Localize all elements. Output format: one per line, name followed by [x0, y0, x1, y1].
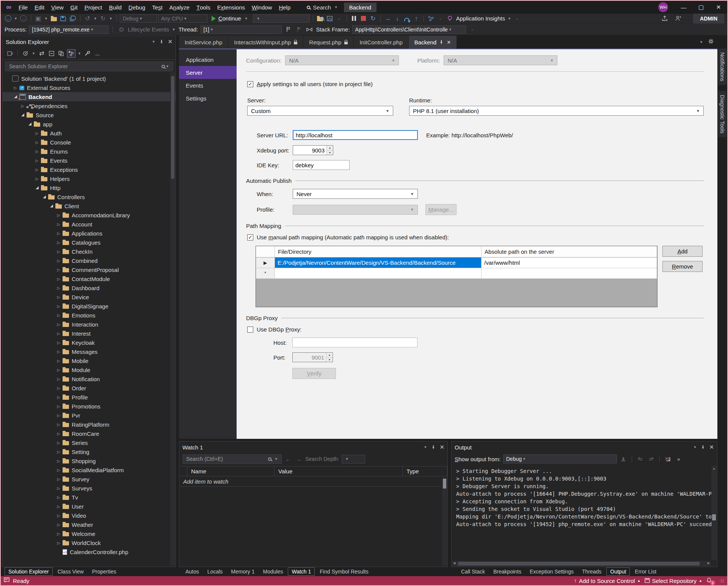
path-mapping-table[interactable]: File/DirectoryAbsolute path on the serve…: [256, 246, 657, 307]
column-header-file-directory[interactable]: File/Directory: [275, 246, 482, 258]
menu-build[interactable]: Build: [105, 1, 125, 14]
menu-file[interactable]: File: [15, 1, 31, 14]
tree-item-series[interactable]: Series: [3, 438, 176, 447]
preview-dropdown-icon[interactable]: ▼: [77, 52, 82, 55]
tree-item-surveys[interactable]: Surveys: [3, 484, 176, 493]
lifecycle-events-label[interactable]: Lifecycle Events: [128, 26, 169, 33]
chevron-collapsed-icon[interactable]: [34, 177, 40, 181]
tree-item-weather[interactable]: Weather: [3, 520, 176, 529]
menu-test[interactable]: Test: [149, 1, 166, 14]
chevron-collapsed-icon[interactable]: [55, 541, 62, 545]
chevron-expanded-icon[interactable]: [34, 186, 40, 189]
watch-column-value[interactable]: Value: [275, 467, 403, 476]
tree-item-module[interactable]: Module: [3, 365, 176, 374]
tree-item-checkin[interactable]: CheckIn: [3, 247, 176, 256]
toolbar-options-icon[interactable]: ₌: [513, 14, 521, 23]
code-map-icon[interactable]: [427, 14, 435, 23]
tree-item-messages[interactable]: Messages: [3, 347, 176, 356]
search-options-icon[interactable]: ▼: [165, 64, 170, 68]
tree-item-client[interactable]: Client: [3, 201, 176, 211]
chevron-collapsed-icon[interactable]: [55, 295, 62, 299]
tab-request-php[interactable]: Request.php: [303, 36, 353, 49]
cell-file-directory[interactable]: E:/Podjetja/Nevron/ContentWare/Design/VS…: [275, 258, 482, 268]
minimize-button[interactable]: —: [675, 1, 692, 14]
save-icon[interactable]: [59, 14, 67, 23]
search-box[interactable]: Search ▼: [304, 3, 341, 12]
tree-item-enums[interactable]: Enums: [3, 147, 176, 156]
tree-item-http[interactable]: Http: [3, 183, 176, 192]
chevron-collapsed-icon[interactable]: [55, 331, 62, 336]
tree-item-controllers[interactable]: Controllers: [3, 192, 176, 201]
menu-debug[interactable]: Debug: [125, 1, 149, 14]
chevron-collapsed-icon[interactable]: [55, 395, 62, 399]
chevron-expanded-icon[interactable]: [48, 204, 55, 207]
chevron-collapsed-icon[interactable]: [55, 359, 62, 363]
menu-view[interactable]: View: [48, 1, 67, 14]
chevron-collapsed-icon[interactable]: [55, 304, 62, 308]
scroll-right-icon[interactable]: ▶: [708, 561, 710, 565]
application-insights-dropdown-icon[interactable]: ▼: [507, 17, 512, 20]
chevron-collapsed-icon[interactable]: [55, 413, 62, 418]
tree-item-events[interactable]: Events: [3, 156, 176, 165]
chevron-collapsed-icon[interactable]: [55, 514, 62, 518]
tree-item-roomcare[interactable]: RoomCare: [3, 429, 176, 438]
chevron-collapsed-icon[interactable]: [55, 213, 62, 217]
chevron-collapsed-icon[interactable]: [55, 222, 62, 226]
watch-search-input[interactable]: [185, 456, 266, 462]
document-list-icon[interactable]: ▼: [699, 40, 704, 44]
window-tab-locals[interactable]: Locals: [204, 568, 226, 575]
xdebug-port-input[interactable]: [293, 146, 326, 155]
chevron-collapsed-icon[interactable]: [55, 423, 62, 427]
window-tab-error-list[interactable]: Error List: [631, 568, 660, 575]
chevron-collapsed-icon[interactable]: [55, 477, 62, 481]
chevron-collapsed-icon[interactable]: [55, 368, 62, 372]
column-header-absolute-path[interactable]: Absolute path on the server: [482, 246, 657, 258]
chevron-collapsed-icon[interactable]: [55, 240, 62, 245]
window-tab-watch-1[interactable]: Watch 1: [288, 567, 315, 576]
preview-selected-items-icon[interactable]: [67, 49, 75, 58]
tab-backend[interactable]: Backend✕: [409, 36, 457, 49]
dbgp-port-stepper[interactable]: ▲▼: [292, 352, 333, 362]
tab-initcontroller-php[interactable]: InitController.php: [354, 36, 408, 49]
toolbar-options-icon[interactable]: ₌: [436, 14, 445, 23]
gear-icon[interactable]: [708, 39, 714, 46]
share-icon[interactable]: [661, 14, 669, 23]
tree-item-accommodationlibrary[interactable]: AccommodationLibrary: [3, 211, 176, 220]
server-url-input[interactable]: [293, 130, 418, 140]
tree-item-emotions[interactable]: Emotions: [3, 311, 176, 320]
close-icon[interactable]: ✕: [709, 444, 714, 451]
undo-icon[interactable]: ↺: [83, 14, 92, 23]
rail-tab-diagnostic-tools[interactable]: Diagnostic Tools: [718, 91, 726, 137]
tree-item-keycloak[interactable]: Keycloak: [3, 338, 176, 347]
tree-item-mobile[interactable]: Mobile: [3, 356, 176, 365]
chevron-collapsed-icon[interactable]: [55, 341, 62, 345]
window-position-icon[interactable]: ▼: [423, 445, 428, 449]
chevron-collapsed-icon[interactable]: [55, 504, 62, 509]
step-over-icon[interactable]: [403, 14, 411, 23]
watch-search-box[interactable]: ▼: [182, 454, 282, 464]
flag-threads-icon[interactable]: [284, 25, 292, 34]
application-insights-button[interactable]: Application Insights: [455, 15, 506, 22]
next-message-icon[interactable]: [647, 455, 655, 463]
tree-item-device[interactable]: Device: [3, 292, 176, 302]
tree-item-commentproposal[interactable]: CommentProposal: [3, 265, 176, 274]
spin-up-icon[interactable]: ▲: [326, 353, 333, 358]
cell-absolute-path[interactable]: /var/www/html: [482, 258, 657, 268]
panel-splitter[interactable]: [176, 36, 179, 567]
watch-scrollbar[interactable]: [442, 478, 447, 566]
window-tab-class-view[interactable]: Class View: [54, 568, 87, 575]
add-item-to-watch[interactable]: Add item to watch: [179, 478, 232, 485]
manual-path-mapping-checkbox[interactable]: ✓ Use manual path mapping (Automatic pat…: [247, 234, 717, 240]
chevron-collapsed-icon[interactable]: [55, 322, 62, 327]
menu-git[interactable]: Git: [67, 1, 81, 14]
xdebug-port-stepper[interactable]: ▲▼: [293, 145, 333, 155]
sync-with-active-document-icon[interactable]: ⇄: [38, 49, 46, 58]
chevron-collapsed-icon[interactable]: [55, 432, 62, 436]
window-tab-breakpoints[interactable]: Breakpoints: [490, 568, 525, 575]
solution-explorer-header[interactable]: Solution Explorer ▼ ✕: [3, 36, 176, 47]
menu-analyze[interactable]: Analyze: [166, 1, 193, 14]
output-horizontal-scrollbar[interactable]: ◀ ▶: [452, 561, 711, 566]
spin-down-icon[interactable]: ▼: [326, 358, 333, 362]
chevron-collapsed-icon[interactable]: [55, 441, 62, 445]
tree-item-user[interactable]: User: [3, 502, 176, 511]
